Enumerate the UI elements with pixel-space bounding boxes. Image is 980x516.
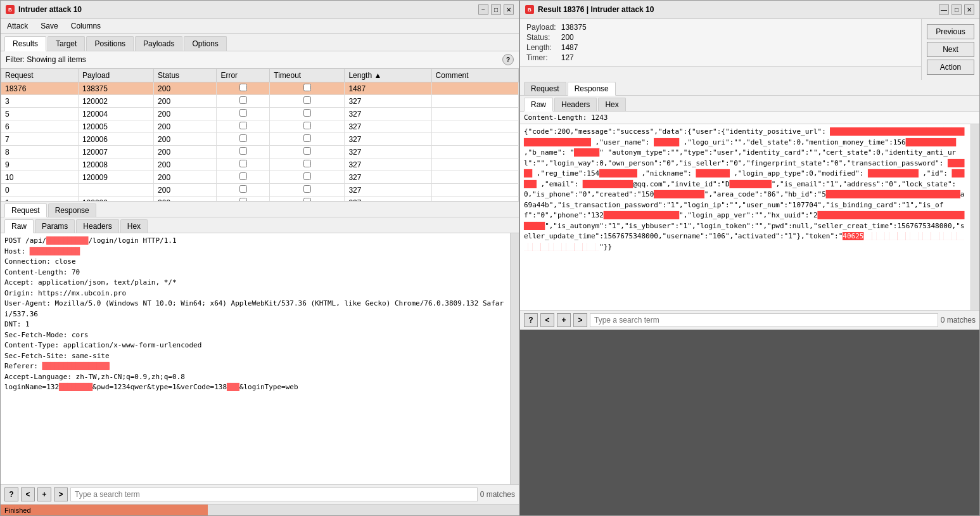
tab-target[interactable]: Target — [48, 36, 85, 51]
cell-error[interactable] — [217, 158, 270, 171]
cell-timeout[interactable] — [270, 184, 345, 197]
close-button[interactable]: ✕ — [504, 4, 514, 15]
cell-request: 3 — [1, 95, 79, 108]
left-search-input[interactable] — [70, 487, 478, 501]
cell-error[interactable] — [217, 184, 270, 197]
result-inner-tab-headers[interactable]: Headers — [554, 98, 597, 111]
result-tab-response[interactable]: Response — [568, 82, 616, 96]
table-row[interactable]: 7 120006 200 327 — [1, 133, 519, 146]
menu-attack[interactable]: Attack — [4, 20, 30, 32]
cell-payload: 120009 — [78, 171, 153, 184]
next-button[interactable]: Next — [927, 42, 974, 57]
tab-options[interactable]: Options — [184, 36, 226, 51]
cell-error[interactable] — [217, 108, 270, 120]
cell-timeout[interactable] — [270, 133, 345, 146]
next-btn-left[interactable]: + — [37, 487, 51, 501]
cell-payload: 138375 — [78, 82, 153, 95]
prev-btn-left[interactable]: < — [21, 487, 35, 501]
tab-positions[interactable]: Positions — [86, 36, 134, 51]
cell-request: 6 — [1, 120, 79, 133]
cell-error[interactable] — [217, 133, 270, 146]
action-button[interactable]: Action — [927, 60, 974, 75]
col-timeout[interactable]: Timeout — [270, 69, 345, 82]
table-row[interactable]: 1 120000 200 327 — [1, 197, 519, 202]
tab-results[interactable]: Results — [4, 36, 46, 51]
minimize-button[interactable]: − — [478, 4, 488, 15]
cell-error[interactable] — [217, 197, 270, 202]
col-error[interactable]: Error — [217, 69, 270, 82]
cell-comment — [431, 95, 518, 108]
cell-request: 18376 — [1, 82, 79, 95]
cell-timeout[interactable] — [270, 146, 345, 158]
col-payload[interactable]: Payload — [78, 69, 153, 82]
filter-help-button[interactable]: ? — [502, 54, 514, 65]
cell-timeout[interactable] — [270, 197, 345, 202]
col-status[interactable]: Status — [154, 69, 217, 82]
forward-btn-left[interactable]: > — [54, 487, 68, 501]
cell-timeout[interactable] — [270, 82, 345, 95]
cell-payload: 120006 — [78, 133, 153, 146]
help-btn-left[interactable]: ? — [4, 487, 18, 501]
cell-status: 200 — [154, 133, 217, 146]
tab-payloads[interactable]: Payloads — [135, 36, 182, 51]
status-bar: Finished — [1, 504, 519, 515]
inner-tab-headers[interactable]: Headers — [76, 219, 118, 233]
col-comment[interactable]: Comment — [431, 69, 518, 82]
table-row[interactable]: 3 120002 200 327 — [1, 95, 519, 108]
menu-save[interactable]: Save — [38, 20, 60, 32]
result-tab-request[interactable]: Request — [524, 82, 566, 95]
cell-status: 200 — [154, 120, 217, 133]
cell-request: 1 — [1, 197, 79, 202]
result-sub-tabs-bar: Request Response — [520, 80, 979, 96]
col-length[interactable]: Length ▲ — [345, 69, 431, 82]
right-search-input[interactable] — [590, 313, 938, 327]
table-row[interactable]: 0 200 327 — [1, 184, 519, 197]
cell-status: 200 — [154, 82, 217, 95]
cell-timeout[interactable] — [270, 108, 345, 120]
result-maximize-button[interactable]: □ — [951, 4, 962, 15]
cell-timeout[interactable] — [270, 95, 345, 108]
cell-timeout[interactable] — [270, 120, 345, 133]
right-next-btn[interactable]: > — [573, 313, 587, 327]
right-help-btn[interactable]: ? — [524, 313, 538, 327]
inner-tab-raw[interactable]: Raw — [4, 219, 34, 233]
result-close-button[interactable]: ✕ — [964, 4, 974, 15]
table-row[interactable]: 6 120005 200 327 — [1, 120, 519, 133]
right-add-btn[interactable]: + — [557, 313, 571, 327]
col-request[interactable]: Request — [1, 69, 79, 82]
table-row[interactable]: 9 120008 200 327 — [1, 158, 519, 171]
cell-error[interactable] — [217, 146, 270, 158]
sub-tab-request[interactable]: Request — [4, 203, 47, 217]
request-scrollbar[interactable] — [510, 233, 519, 484]
result-title-text: Result 18376 | Intruder attack 10 — [538, 5, 654, 14]
cell-error[interactable] — [217, 95, 270, 108]
menu-columns[interactable]: Columns — [68, 20, 103, 32]
right-prev-btn[interactable]: < — [540, 313, 554, 327]
inner-tab-hex[interactable]: Hex — [120, 219, 148, 233]
sub-tab-response[interactable]: Response — [48, 203, 96, 217]
inner-tab-params[interactable]: Params — [35, 219, 75, 233]
table-row[interactable]: 18376 138375 200 1487 — [1, 82, 519, 95]
cell-error[interactable] — [217, 120, 270, 133]
cell-comment — [431, 171, 518, 184]
timer-label: Timer: — [526, 53, 556, 62]
table-row[interactable]: 8 120007 200 327 — [1, 146, 519, 158]
cell-error[interactable] — [217, 82, 270, 95]
maximize-button[interactable]: □ — [491, 4, 501, 15]
result-inner-tab-raw[interactable]: Raw — [524, 98, 553, 112]
menu-bar: Attack Save Columns — [1, 19, 519, 34]
table-row[interactable]: 10 120009 200 327 — [1, 171, 519, 184]
cell-status: 200 — [154, 108, 217, 120]
cell-error[interactable] — [217, 171, 270, 184]
cell-request: 10 — [1, 171, 79, 184]
cell-length: 327 — [345, 133, 431, 146]
result-inner-tab-hex[interactable]: Hex — [598, 98, 625, 111]
cell-payload: 120002 — [78, 95, 153, 108]
table-row[interactable]: 5 120004 200 327 — [1, 108, 519, 120]
result-minimize-button[interactable]: — — [939, 4, 949, 15]
response-scrollbar[interactable] — [970, 124, 979, 310]
cell-timeout[interactable] — [270, 158, 345, 171]
cell-payload — [78, 184, 153, 197]
previous-button[interactable]: Previous — [927, 24, 974, 39]
cell-timeout[interactable] — [270, 171, 345, 184]
